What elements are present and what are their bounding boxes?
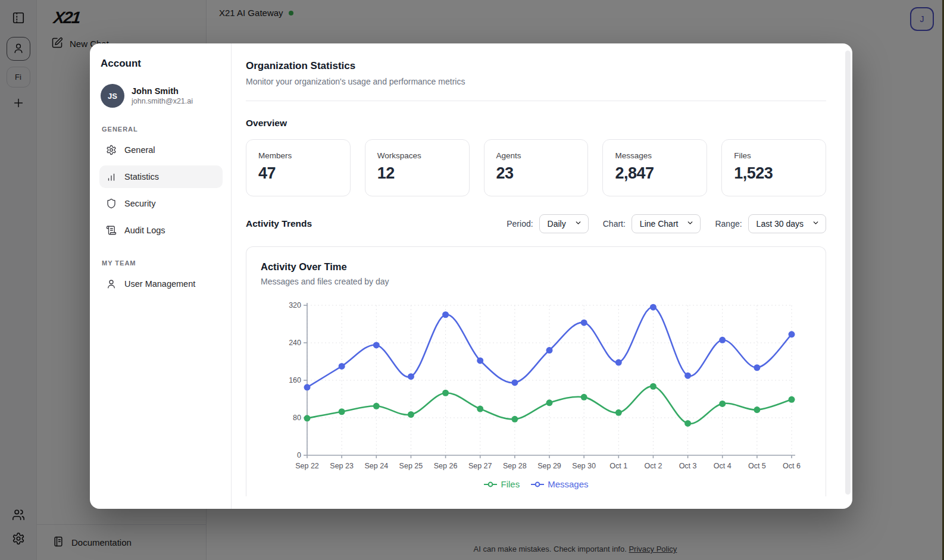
svg-text:320: 320	[289, 301, 301, 309]
stat-card-workspaces: Workspaces 12	[365, 139, 470, 196]
svg-text:80: 80	[293, 414, 301, 422]
svg-text:Sep 29: Sep 29	[537, 462, 561, 470]
legend-item-files: Files	[483, 479, 520, 489]
legend-label: Messages	[548, 479, 588, 489]
period-select[interactable]: Daily	[539, 214, 589, 233]
chart-card-subtitle: Messages and files created by day	[261, 277, 811, 286]
bar-chart-icon	[106, 171, 117, 182]
svg-text:160: 160	[289, 376, 301, 384]
range-value: Last 30 days	[757, 219, 804, 229]
stat-value: 1,523	[734, 164, 814, 183]
chart-controls: Period: Daily Chart: Line Chart Range:	[507, 214, 826, 233]
user-icon	[106, 279, 117, 289]
stat-label: Workspaces	[377, 151, 457, 160]
shield-icon	[106, 198, 117, 209]
legend-label: Files	[501, 479, 520, 489]
stat-value: 2,847	[615, 164, 695, 183]
stat-value: 12	[377, 164, 457, 183]
sidebar-item-label: Audit Logs	[124, 226, 165, 235]
activity-chart: 080160240320Sep 22Sep 23Sep 24Sep 25Sep …	[261, 301, 811, 477]
modal-sidebar: Account JS John Smith john.smith@x21.ai …	[90, 43, 232, 509]
sidebar-item-label: User Management	[124, 279, 195, 289]
sidebar-item-statistics[interactable]: Statistics	[99, 165, 223, 188]
chart-type-value: Line Chart	[640, 219, 679, 229]
svg-text:Sep 22: Sep 22	[295, 462, 319, 470]
sidebar-item-label: Statistics	[124, 172, 159, 182]
activity-chart-svg: 080160240320Sep 22Sep 23Sep 24Sep 25Sep …	[261, 301, 801, 474]
stat-value: 47	[258, 164, 338, 183]
chevron-down-icon	[812, 219, 820, 229]
sidebar-item-user-management[interactable]: User Management	[99, 273, 223, 295]
overview-heading: Overview	[246, 118, 826, 129]
svg-text:Oct 5: Oct 5	[748, 462, 766, 470]
avatar: JS	[101, 84, 124, 108]
chart-legend: FilesMessages	[261, 479, 811, 489]
user-name: John Smith	[132, 86, 193, 96]
stat-label: Agents	[496, 151, 576, 160]
account-settings-modal: Account JS John Smith john.smith@x21.ai …	[90, 43, 852, 509]
sidebar-item-security[interactable]: Security	[99, 192, 223, 215]
stat-card-messages: Messages 2,847	[602, 139, 707, 196]
chart-label: Chart:	[603, 219, 626, 229]
stat-label: Files	[734, 151, 814, 160]
gear-icon	[106, 145, 117, 155]
user-email: john.smith@x21.ai	[132, 97, 193, 105]
account-user: JS John Smith john.smith@x21.ai	[99, 84, 223, 108]
svg-text:0: 0	[297, 451, 301, 459]
modal-title: Account	[99, 58, 223, 70]
svg-text:Sep 28: Sep 28	[503, 462, 527, 470]
svg-text:Sep 25: Sep 25	[399, 462, 423, 470]
chart-card-title: Activity Over Time	[261, 261, 811, 273]
scroll-icon	[106, 225, 117, 236]
stat-label: Messages	[615, 151, 695, 160]
sidebar-item-label: Security	[124, 199, 155, 208]
modal-scrollbar[interactable]	[845, 51, 851, 495]
page-subtitle: Monitor your organization's usage and pe…	[246, 77, 826, 86]
svg-text:Sep 24: Sep 24	[364, 462, 388, 470]
svg-text:240: 240	[289, 339, 301, 347]
sidebar-item-label: General	[124, 145, 155, 155]
period-value: Daily	[548, 219, 566, 229]
stat-card-agents: Agents 23	[484, 139, 589, 196]
sidebar-item-general[interactable]: General	[99, 139, 223, 161]
stat-cards: Members 47 Workspaces 12 Agents 23 Messa…	[246, 139, 826, 196]
legend-item-messages: Messages	[530, 479, 588, 489]
chevron-down-icon	[686, 219, 694, 229]
sidebar-item-audit-logs[interactable]: Audit Logs	[99, 219, 223, 242]
section-label-my-team: MY TEAM	[102, 259, 223, 267]
activity-trends-heading: Activity Trends	[246, 218, 312, 229]
range-select[interactable]: Last 30 days	[748, 214, 826, 233]
svg-text:Sep 30: Sep 30	[572, 462, 596, 470]
svg-text:Oct 3: Oct 3	[679, 462, 697, 470]
stat-card-members: Members 47	[246, 139, 351, 196]
range-label: Range:	[715, 219, 742, 229]
activity-chart-card: Activity Over Time Messages and files cr…	[246, 246, 826, 496]
svg-text:Sep 23: Sep 23	[330, 462, 354, 470]
period-label: Period:	[507, 219, 533, 229]
stat-card-files: Files 1,523	[721, 139, 826, 196]
page-title: Organization Statistics	[246, 60, 826, 72]
section-label-general: GENERAL	[102, 126, 223, 133]
chart-type-select[interactable]: Line Chart	[632, 214, 701, 233]
svg-text:Oct 4: Oct 4	[714, 462, 732, 470]
modal-content: Organization Statistics Monitor your org…	[232, 43, 852, 509]
legend-marker-icon	[483, 481, 498, 488]
chevron-down-icon	[574, 219, 582, 229]
divider	[246, 101, 826, 101]
legend-marker-icon	[530, 481, 545, 488]
svg-text:Oct 1: Oct 1	[609, 462, 627, 470]
stat-value: 23	[496, 164, 576, 183]
svg-text:Sep 26: Sep 26	[434, 462, 458, 470]
svg-text:Oct 2: Oct 2	[644, 462, 662, 470]
stat-label: Members	[258, 151, 338, 160]
svg-text:Oct 6: Oct 6	[783, 462, 801, 470]
svg-text:Sep 27: Sep 27	[468, 462, 492, 470]
